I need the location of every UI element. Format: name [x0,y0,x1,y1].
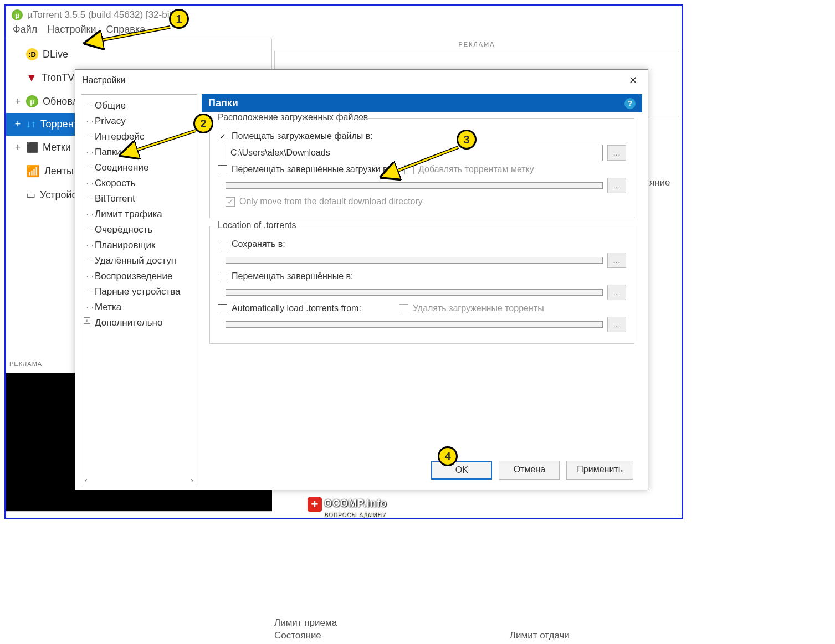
rss-icon: 📶 [26,164,40,178]
tree-item-label[interactable]: Метка [84,300,194,315]
group-legend: Location of .torrents [214,220,299,230]
label-move-completed: Перемещать завершённые загрузки в: [232,164,390,174]
arrow-3 [391,145,463,178]
expand-icon[interactable]: + [14,142,22,153]
device-icon [26,189,35,201]
plus-icon[interactable]: + [84,317,90,324]
apply-button[interactable]: Применить [566,461,633,480]
sidebar-item-label: DLive [43,49,68,60]
utorrent-small-icon: µ [26,95,38,107]
help-icon[interactable]: ? [624,98,636,109]
truncated-column-text: яние [649,177,670,188]
callout-4: 4 [438,446,458,466]
tree-item-playback[interactable]: Воспроизведение [84,269,194,284]
close-button[interactable]: ✕ [624,74,641,86]
tron-icon: ▼ [26,71,37,84]
sidebar-item-label: TronTV [42,72,74,84]
tree-horizontal-scrollbar[interactable]: ‹› [84,475,194,485]
sidebar-item-label: Метки [43,142,71,153]
browse-button[interactable]: … [607,145,626,161]
arrow-1 [95,25,173,49]
expand-icon[interactable]: + [14,96,22,107]
tree-item-queue[interactable]: Очерёдность [84,222,194,238]
input-move-torrents-path [226,289,603,296]
arrow-2 [130,128,199,158]
panel-header: Папки ? [202,94,642,112]
tree-item-advanced[interactable]: +Дополнительно [84,315,194,331]
tree-item-privacy[interactable]: Privacy [84,114,194,129]
expand-icon[interactable]: + [14,119,22,130]
window-titlebar: µ µTorrent 3.5.5 (build 45632) [32-bit] [6,6,682,22]
browse-button[interactable]: … [607,317,626,332]
svg-line-3 [135,131,196,151]
group-torrents-location: Location of .torrents Сохранять в: … Пер… [209,226,634,344]
status-label-state: Состояние [274,630,321,641]
label-move-torrents: Перемещать завершённые в: [232,271,353,281]
input-autoload-path [226,321,603,328]
checkbox-delete-loaded [399,304,408,313]
checkbox-put-new[interactable] [218,132,227,141]
browse-button[interactable]: … [607,253,626,268]
tree-item-remote[interactable]: Удалённый доступ [84,253,194,269]
tree-item-paired[interactable]: Парные устройства [84,284,194,300]
cancel-button[interactable]: Отмена [499,461,560,480]
watermark: +OCOMP.info ВОПРОСЫ АДМИНУ [308,497,387,518]
input-store-path [226,257,603,264]
svg-line-1 [100,27,170,40]
panel-title: Папки [208,97,238,109]
dlive-icon: :D [26,48,38,60]
tree-item-general[interactable]: Общие [84,98,194,114]
status-label-limit: Лимит приема [274,617,337,628]
input-completed-path [226,182,603,189]
label-only-move-default: Only move from the default download dire… [239,197,423,207]
label-put-new: Помещать загружаемые файлы в: [232,131,373,141]
dialog-title: Настройки [82,75,125,85]
tree-item-bittorrent[interactable]: BitTorrent [84,191,194,207]
callout-1: 1 [169,9,189,29]
checkbox-move-completed[interactable] [218,165,227,174]
callout-2: 2 [193,114,213,133]
tree-item-scheduler[interactable]: Планировщик [84,238,194,253]
checkbox-only-move-default [226,197,235,207]
window-title: µTorrent 3.5.5 (build 45632) [32-bit] [27,9,175,20]
tree-item-bandwidth[interactable]: Лимит трафика [84,207,194,222]
browse-button[interactable]: … [607,178,626,193]
checkbox-store-torrents[interactable] [218,240,227,249]
status-label-upload: Лимит отдачи [510,630,570,641]
tree-item-connection[interactable]: Соединение [84,160,194,176]
menu-settings[interactable]: Настройки [47,24,96,35]
label-store-torrents: Сохранять в: [232,239,285,249]
label-icon [26,141,38,153]
ads-label: РЕКЛАМА [9,360,42,367]
label-delete-loaded: Удалять загруженные торренты [413,303,544,313]
menu-file[interactable]: Файл [13,24,37,35]
group-legend: Расположение загруженных файлов [214,112,371,122]
ads-label-top: РЕКЛАМА [272,39,682,50]
updown-arrows-icon [26,119,36,130]
label-autoload: Automatically load .torrents from: [232,303,361,313]
svg-line-5 [395,147,458,172]
checkbox-move-torrents[interactable] [218,272,227,281]
tree-item-speed[interactable]: Скорость [84,176,194,191]
checkbox-autoload[interactable] [218,304,227,313]
browse-button[interactable]: … [607,285,626,300]
callout-3: 3 [457,130,477,150]
utorrent-icon: µ [12,9,23,20]
sidebar-item-label: Ленты [44,166,74,177]
